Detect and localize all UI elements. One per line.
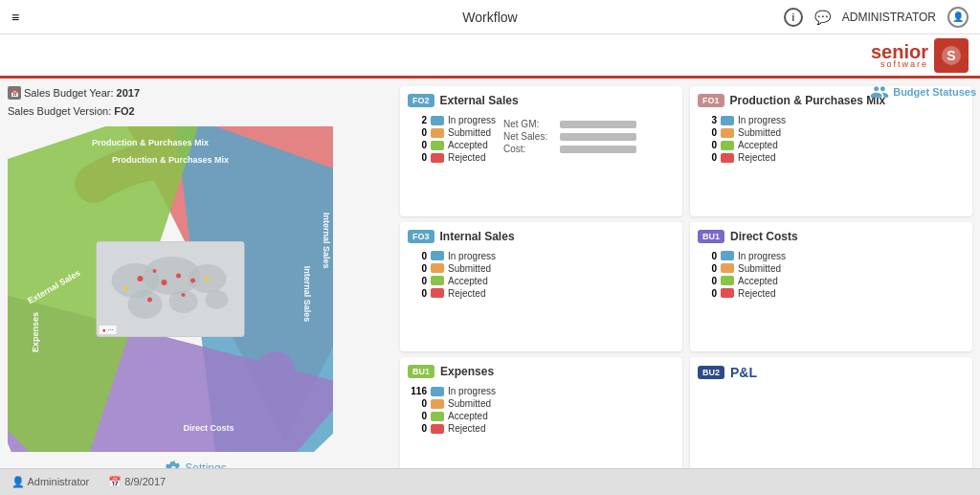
budget-statuses-button[interactable]: Budget Statuses: [870, 82, 976, 101]
fo1-status-accepted: 0 Accepted: [698, 140, 965, 150]
svg-point-24: [206, 277, 210, 281]
fo2-status-inprogress: 2 In progress: [408, 115, 496, 125]
year-value: 2017: [117, 87, 140, 99]
logo-area: senior software S: [871, 38, 969, 73]
bu1-direct-header: BU1 Direct Costs: [698, 230, 965, 243]
budget-statuses-label: Budget Statuses: [893, 86, 976, 98]
world-map: ● ···: [97, 241, 245, 337]
fo2-status-accepted: 0 Accepted: [408, 140, 496, 150]
top-bar-icons: i 💬 ADMINISTRATOR 👤: [784, 7, 969, 28]
budget-version-info: Sales Budget Version: FO2: [8, 105, 385, 117]
top-bar: ≡ Workflow i 💬 ADMINISTRATOR 👤: [0, 0, 980, 34]
dot-accepted: [721, 141, 734, 150]
bu1-expenses-tag: BU1: [408, 365, 434, 378]
svg-text:S: S: [947, 48, 955, 63]
fo3-title: Internal Sales: [440, 230, 515, 243]
bu1d-status-accepted: 0 Accepted: [698, 276, 965, 286]
bu2-pl-title: P&L: [730, 365, 757, 380]
bu1e-status-rejected: 0 Rejected: [408, 423, 675, 434]
svg-point-28: [182, 293, 186, 297]
bu1e-status-inprogress: 116 In progress: [408, 386, 675, 396]
logo-sub: software: [880, 59, 928, 69]
dot-submitted: [721, 263, 734, 273]
fo2-body: 2 In progress 0 Submitted 0 Accep: [408, 115, 675, 165]
right-panels: Budget Statuses FO2 External Sales 2 In …: [392, 79, 980, 495]
svg-text:Direct Costs: Direct Costs: [183, 423, 234, 433]
fo1-title: Production & Purchases Mix: [730, 94, 886, 107]
svg-point-26: [124, 286, 128, 290]
row-2: FO3 Internal Sales 0 In progress 0 Submi…: [400, 222, 972, 352]
person-icon: [870, 82, 889, 101]
bu1-expenses-header: BU1 Expenses: [408, 365, 675, 378]
fo3-status-rejected: 0 Rejected: [408, 288, 675, 299]
bu1-direct-statuses: 0 In progress 0 Submitted 0 Accepted: [698, 251, 965, 299]
dot-inprogress: [721, 251, 734, 260]
fo3-status-submitted: 0 Submitted: [408, 263, 675, 274]
fo1-status-inprogress: 3 In progress: [698, 115, 965, 125]
admin-label: ADMINISTRATOR: [842, 11, 936, 24]
bu1d-status-rejected: 0 Rejected: [698, 288, 965, 299]
net-sales-row: Net Sales:: [503, 131, 636, 142]
footer: 👤 Administrator 📅 8/9/2017: [0, 468, 980, 495]
fo2-statuses: 2 In progress 0 Submitted 0 Accep: [408, 115, 496, 165]
dot-inprogress: [431, 251, 444, 260]
dot-inprogress: [721, 116, 734, 125]
fo2-title: External Sales: [440, 94, 519, 107]
fo2-header: FO2 External Sales: [408, 94, 675, 107]
dot-submitted: [431, 128, 444, 138]
fo1-status-submitted: 0 Submitted: [698, 127, 965, 138]
svg-point-22: [176, 274, 181, 279]
fo3-header: FO3 Internal Sales: [408, 230, 675, 243]
dot-rejected: [431, 424, 444, 434]
cost-row: Cost:: [503, 144, 636, 154]
dot-submitted: [431, 263, 444, 273]
svg-text:Internal Sales: Internal Sales: [302, 266, 312, 323]
fo2-card: FO2 External Sales 2 In progress 0 S: [400, 86, 682, 216]
fo2-tag: FO2: [408, 94, 434, 107]
dot-accepted: [721, 276, 734, 285]
svg-point-27: [153, 269, 157, 273]
svg-text:Expenses: Expenses: [31, 312, 40, 352]
bu1-expenses-statuses: 116 In progress 0 Submitted 0 Accepted: [408, 386, 675, 434]
svg-point-17: [128, 290, 163, 319]
dot-rejected: [721, 288, 734, 298]
hamburger-icon[interactable]: ≡: [11, 10, 19, 25]
dot-accepted: [431, 412, 444, 421]
fo3-tag: FO3: [408, 230, 434, 243]
main-content: 📅 Sales Budget Year: 2017 Sales Budget V…: [0, 79, 980, 495]
net-gm-row: Net GM:: [503, 119, 636, 129]
version-label: Sales Budget Version:: [8, 105, 111, 117]
user-avatar[interactable]: 👤: [947, 7, 969, 28]
fo2-status-rejected: 0 Rejected: [408, 152, 496, 163]
footer-date: 📅 8/9/2017: [108, 476, 166, 488]
page-title: Workflow: [462, 10, 517, 25]
fo3-statuses: 0 In progress 0 Submitted 0 Accepted: [408, 251, 675, 299]
fo3-card: FO3 Internal Sales 0 In progress 0 Submi…: [400, 222, 682, 352]
fo2-net-values: Net GM: Net Sales: Cost:: [503, 119, 636, 165]
dot-rejected: [721, 153, 734, 163]
svg-point-23: [190, 279, 195, 283]
bu1e-status-accepted: 0 Accepted: [408, 411, 675, 421]
dot-submitted: [721, 128, 734, 138]
dot-inprogress: [431, 116, 444, 125]
fo1-card: FO1 Production & Purchases Mix 3 In prog…: [690, 86, 972, 216]
dot-accepted: [431, 276, 444, 285]
dot-rejected: [431, 288, 444, 298]
svg-text:Production & Purchases Mix: Production & Purchases Mix: [112, 155, 229, 165]
svg-point-25: [147, 298, 152, 303]
bu2-pl-tag: BU2: [698, 366, 724, 379]
chat-icon[interactable]: 💬: [814, 10, 831, 25]
dot-accepted: [431, 141, 444, 150]
workflow-diagram: Production & Purchases Mix Internal Sale…: [8, 126, 333, 452]
bu1e-status-submitted: 0 Submitted: [408, 398, 675, 409]
dot-inprogress: [431, 387, 444, 396]
fo1-status-rejected: 0 Rejected: [698, 152, 965, 163]
fo3-status-inprogress: 0 In progress: [408, 251, 675, 261]
row-1: FO2 External Sales 2 In progress 0 S: [400, 86, 972, 216]
fo1-statuses: 3 In progress 0 Submitted 0 Accepted: [698, 115, 965, 163]
info-icon[interactable]: i: [784, 8, 803, 27]
logo-bar: senior software S: [0, 34, 980, 79]
fo2-status-submitted: 0 Submitted: [408, 127, 496, 138]
bu2-pl-header: BU2 P&L: [698, 365, 757, 380]
bu1d-status-submitted: 0 Submitted: [698, 263, 965, 274]
